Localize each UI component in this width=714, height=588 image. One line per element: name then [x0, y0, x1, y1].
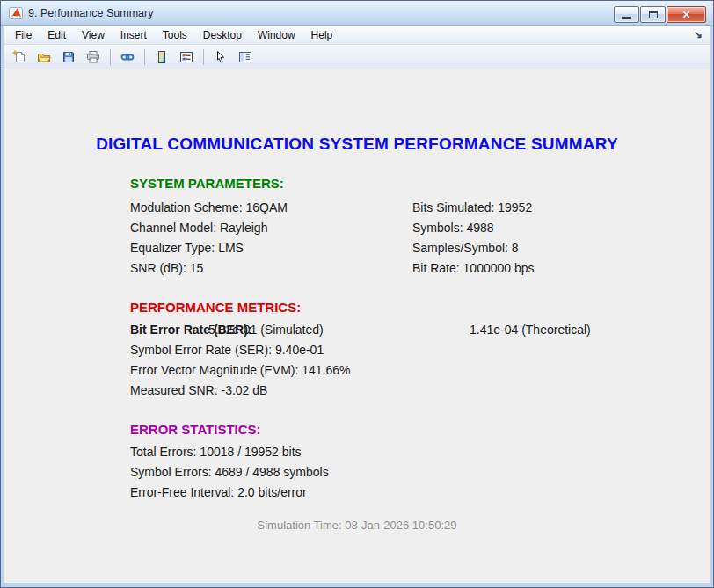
window-controls: ✕	[614, 6, 706, 23]
param-snr: SNR (dB): 15	[130, 261, 203, 275]
open-file-icon	[37, 50, 51, 64]
menu-desktop[interactable]: Desktop	[203, 29, 242, 41]
metric-evm: Error Vector Magnitude (EVM): 141.66%	[130, 363, 351, 377]
minimize-button[interactable]	[614, 6, 639, 23]
ber-simulated-value: 5.02e-01 (Simulated)	[208, 323, 324, 337]
close-button[interactable]: ✕	[667, 6, 706, 23]
param-symbols: Symbols: 4988	[412, 221, 494, 235]
link-plot-button[interactable]	[118, 47, 137, 67]
print-figure-icon	[86, 50, 100, 64]
menu-window[interactable]: Window	[258, 29, 295, 41]
minimize-icon	[622, 17, 631, 19]
menu-insert[interactable]: Insert	[120, 29, 147, 41]
stat-error-free-interval: Error-Free Interval: 2.0 bits/error	[130, 485, 307, 499]
performance-metrics-heading: PERFORMANCE METRICS:	[130, 300, 301, 315]
save-figure-button[interactable]	[59, 47, 78, 67]
insert-colorbar-button[interactable]	[152, 47, 171, 67]
simulation-time: Simulation Time: 08-Jan-2026 10:50:29	[4, 519, 710, 532]
plot-tools-icon	[238, 50, 252, 64]
param-equalizer-type: Equalizer Type: LMS	[130, 241, 244, 255]
menu-bar: File Edit View Insert Tools Desktop Wind…	[4, 26, 710, 45]
toolbar-separator	[110, 49, 111, 65]
menu-view[interactable]: View	[82, 29, 105, 41]
stat-symbol-errors: Symbol Errors: 4689 / 4988 symbols	[130, 465, 329, 479]
param-bits-simulated: Bits Simulated: 19952	[412, 200, 532, 214]
open-file-button[interactable]	[34, 47, 54, 67]
ber-theoretical-value: 1.41e-04 (Theoretical)	[470, 323, 591, 337]
plot-tools-button[interactable]	[236, 47, 255, 67]
dock-figure-arrow-icon[interactable]: ↘	[694, 28, 703, 40]
menu-file[interactable]: File	[15, 29, 32, 41]
matlab-logo-icon	[9, 6, 23, 20]
title-bar[interactable]: 9. Performance Summary ✕	[1, 1, 713, 26]
maximize-button[interactable]	[640, 6, 666, 23]
insert-legend-icon	[179, 50, 193, 64]
edit-plot-button[interactable]	[211, 47, 230, 67]
link-plot-icon	[120, 50, 135, 64]
figure-toolbar	[4, 45, 710, 69]
menu-edit[interactable]: Edit	[47, 29, 66, 41]
new-figure-button[interactable]	[10, 47, 29, 67]
maximize-icon	[649, 11, 658, 18]
figure-canvas: DIGITAL COMMUNICATION SYSTEM PERFORMANCE…	[4, 69, 710, 583]
stat-total-errors: Total Errors: 10018 / 19952 bits	[130, 445, 302, 459]
new-figure-icon	[12, 50, 26, 64]
edit-plot-icon	[214, 50, 228, 64]
param-bit-rate: Bit Rate: 1000000 bps	[412, 261, 535, 275]
metric-ser: Symbol Error Rate (SER): 9.40e-01	[130, 343, 324, 357]
print-figure-button[interactable]	[84, 47, 103, 67]
save-figure-icon	[62, 50, 76, 64]
report-title: DIGITAL COMMUNICATION SYSTEM PERFORMANCE…	[4, 134, 710, 154]
insert-legend-button[interactable]	[177, 47, 196, 67]
param-samples-per-symbol: Samples/Symbol: 8	[412, 241, 519, 255]
menu-help[interactable]: Help	[311, 29, 333, 41]
param-channel-model: Channel Model: Rayleigh	[130, 221, 267, 235]
insert-colorbar-icon	[155, 50, 169, 64]
menu-tools[interactable]: Tools	[163, 29, 187, 41]
window-title: 9. Performance Summary	[28, 7, 153, 19]
metric-measured-snr: Measured SNR: -3.02 dB	[130, 383, 267, 397]
error-statistics-heading: ERROR STATISTICS:	[130, 422, 261, 437]
toolbar-separator	[203, 49, 204, 65]
matlab-figure-window: 9. Performance Summary ✕ File Edit View …	[0, 0, 714, 588]
param-modulation-scheme: Modulation Scheme: 16QAM	[130, 200, 288, 214]
system-parameters-heading: SYSTEM PARAMETERS:	[130, 176, 284, 191]
toolbar-separator	[144, 49, 145, 65]
close-icon: ✕	[681, 10, 690, 20]
